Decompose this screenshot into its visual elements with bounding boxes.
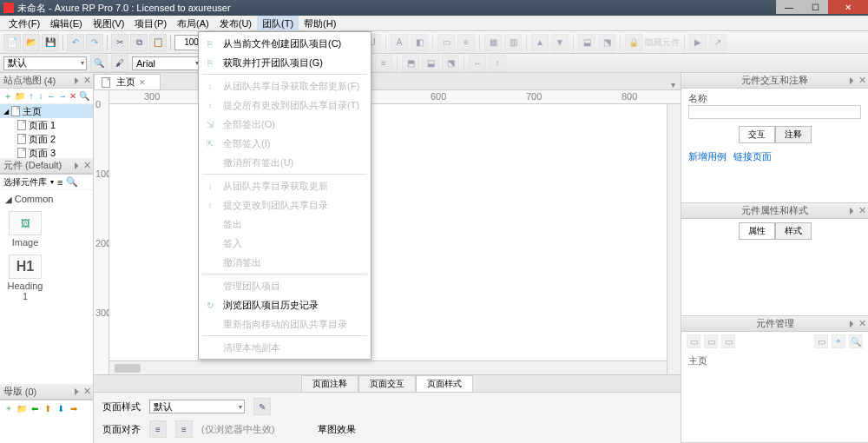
close-panel-icon[interactable]: ✕ bbox=[83, 386, 91, 397]
mgr-icon4[interactable]: ▭ bbox=[814, 334, 828, 348]
valign-top-icon[interactable]: ⬒ bbox=[402, 55, 419, 72]
tab-close-icon[interactable]: ✕ bbox=[139, 78, 146, 87]
menu-help[interactable]: 帮助(H) bbox=[299, 16, 341, 30]
tab-interactions[interactable]: 交互 bbox=[739, 126, 775, 143]
paint-icon[interactable]: 🖌 bbox=[111, 55, 128, 72]
master-left-icon[interactable]: ⬅ bbox=[30, 403, 40, 413]
open-file-icon[interactable]: 📂 bbox=[23, 34, 40, 51]
filter-icon[interactable]: ⌖ bbox=[832, 334, 845, 348]
new-file-icon[interactable]: 📄 bbox=[3, 34, 21, 51]
delete-page-icon[interactable]: ✕ bbox=[69, 91, 76, 102]
tree-root[interactable]: ◢主页 bbox=[0, 104, 93, 118]
canvas-tab[interactable]: 主页 ✕ bbox=[94, 74, 161, 89]
canvas[interactable] bbox=[109, 104, 681, 360]
mgr-tree-root[interactable]: 主页 bbox=[688, 355, 707, 366]
move-up-icon[interactable]: ↑ bbox=[28, 91, 35, 102]
align-center-btn[interactable]: ≡ bbox=[175, 420, 193, 438]
close-panel-icon[interactable]: ✕ bbox=[858, 318, 866, 329]
menu-file[interactable]: 文件(F) bbox=[3, 16, 45, 30]
tab-menu-icon[interactable]: ▾ bbox=[666, 80, 681, 89]
team-open[interactable]: ⎘获取并打开团队项目(G) bbox=[199, 53, 371, 72]
fill-color-icon[interactable]: A bbox=[391, 34, 408, 51]
horizontal-scrollbar[interactable] bbox=[109, 360, 681, 374]
tab-page-interactions[interactable]: 页面交互 bbox=[358, 375, 416, 393]
dist-h-icon[interactable]: ↔ bbox=[469, 55, 486, 72]
close-panel-icon[interactable]: ✕ bbox=[858, 75, 866, 86]
move-down-icon[interactable]: ↓ bbox=[37, 91, 44, 102]
paste-icon[interactable]: 📋 bbox=[149, 34, 167, 51]
tree-page1[interactable]: 页面 1 bbox=[0, 118, 93, 132]
mgr-icon2[interactable]: ▭ bbox=[704, 334, 718, 348]
close-panel-icon[interactable]: ✕ bbox=[858, 205, 866, 216]
magnify-icon[interactable]: 🔍 bbox=[90, 55, 108, 72]
mgr-icon3[interactable]: ▭ bbox=[721, 334, 735, 348]
team-create[interactable]: ⎘从当前文件创建团队项目(C) bbox=[199, 34, 371, 53]
tree-page3[interactable]: 页面 3 bbox=[0, 146, 93, 158]
line-color-icon[interactable]: ◧ bbox=[411, 34, 428, 51]
widget-heading1[interactable]: H1 Heading 1 bbox=[5, 255, 45, 301]
indent-icon[interactable]: → bbox=[58, 91, 67, 102]
tab-page-style[interactable]: 页面样式 bbox=[416, 375, 473, 393]
tab-properties[interactable]: 属性 bbox=[739, 222, 775, 240]
minimize-button[interactable]: — bbox=[776, 0, 802, 14]
line-width-icon[interactable]: ≡ bbox=[457, 34, 475, 51]
tree-page2[interactable]: 页面 2 bbox=[0, 132, 93, 146]
master-right-icon[interactable]: ➡ bbox=[69, 403, 79, 413]
distribute-icon[interactable]: ⬔ bbox=[598, 34, 615, 51]
align-right-icon[interactable]: ≡ bbox=[375, 55, 392, 72]
pin-icon[interactable]: ⏵ bbox=[72, 386, 82, 397]
cut-icon[interactable]: ✂ bbox=[111, 34, 128, 51]
group-icon[interactable]: ▦ bbox=[484, 34, 502, 51]
tab-page-notes[interactable]: 页面注释 bbox=[301, 375, 358, 393]
align-icon[interactable]: ⬓ bbox=[578, 34, 595, 51]
pin-icon[interactable]: ⏵ bbox=[72, 160, 82, 171]
menu-project[interactable]: 项目(P) bbox=[129, 16, 172, 30]
team-history[interactable]: ↻浏览团队项目历史记录 bbox=[199, 295, 371, 314]
close-panel-icon[interactable]: ✕ bbox=[83, 160, 91, 171]
mgr-search-icon[interactable]: 🔍 bbox=[849, 334, 863, 348]
pin-icon[interactable]: ⏵ bbox=[847, 75, 857, 86]
menu-edit[interactable]: 编辑(E) bbox=[45, 16, 88, 30]
menu-team[interactable]: 团队(T) bbox=[257, 16, 299, 30]
add-page-icon[interactable]: ＋ bbox=[3, 91, 12, 102]
widgets-menu-icon[interactable]: ≡ bbox=[57, 177, 62, 188]
master-down-icon[interactable]: ⬇ bbox=[56, 403, 66, 413]
add-master-icon[interactable]: ＋ bbox=[3, 403, 14, 413]
valign-mid-icon[interactable]: ⬓ bbox=[422, 55, 439, 72]
font-select[interactable]: Arial bbox=[132, 56, 201, 70]
edit-style-icon[interactable]: ✎ bbox=[253, 398, 271, 415]
lock-icon[interactable]: 🔒 bbox=[625, 34, 642, 51]
outdent-icon[interactable]: ← bbox=[47, 91, 56, 102]
widget-name-input[interactable] bbox=[688, 105, 861, 119]
add-case-link[interactable]: 新增用例 bbox=[688, 151, 727, 162]
close-panel-icon[interactable]: ✕ bbox=[83, 75, 91, 86]
undo-icon[interactable]: ↶ bbox=[67, 34, 84, 51]
share-icon[interactable]: ↗ bbox=[709, 34, 727, 51]
vertical-scrollbar[interactable] bbox=[667, 104, 681, 374]
master-up-icon[interactable]: ⬆ bbox=[43, 403, 53, 413]
redo-icon[interactable]: ↷ bbox=[86, 34, 103, 51]
tab-notes[interactable]: 注释 bbox=[775, 126, 812, 143]
add-mfolder-icon[interactable]: 📁 bbox=[16, 403, 27, 413]
style-select[interactable]: 默认 bbox=[3, 56, 87, 70]
pin-icon[interactable]: ⏵ bbox=[847, 205, 857, 216]
maximize-button[interactable]: ☐ bbox=[802, 0, 828, 14]
front-icon[interactable]: ▲ bbox=[531, 34, 549, 51]
valign-bot-icon[interactable]: ⬔ bbox=[442, 55, 459, 72]
menu-view[interactable]: 视图(V) bbox=[88, 16, 130, 30]
close-button[interactable]: ✕ bbox=[828, 0, 868, 14]
copy-icon[interactable]: ⧉ bbox=[130, 34, 148, 51]
widget-image[interactable]: 🖼 Image bbox=[5, 211, 45, 248]
widgets-search-icon[interactable]: 🔍 bbox=[66, 176, 78, 188]
ungroup-icon[interactable]: ▥ bbox=[504, 34, 522, 51]
page-style-select[interactable]: 默认 bbox=[149, 400, 245, 413]
link-page-link[interactable]: 链接页面 bbox=[733, 151, 772, 162]
pin-icon[interactable]: ⏵ bbox=[847, 318, 857, 329]
preview-icon[interactable]: ▶ bbox=[689, 34, 707, 51]
back-icon[interactable]: ▼ bbox=[551, 34, 569, 51]
mgr-icon1[interactable]: ▭ bbox=[687, 334, 700, 348]
add-folder-icon[interactable]: 📁 bbox=[15, 91, 25, 102]
save-icon[interactable]: 💾 bbox=[42, 34, 59, 51]
border-icon[interactable]: ▭ bbox=[437, 34, 455, 51]
dist-v-icon[interactable]: ↕ bbox=[489, 55, 506, 72]
